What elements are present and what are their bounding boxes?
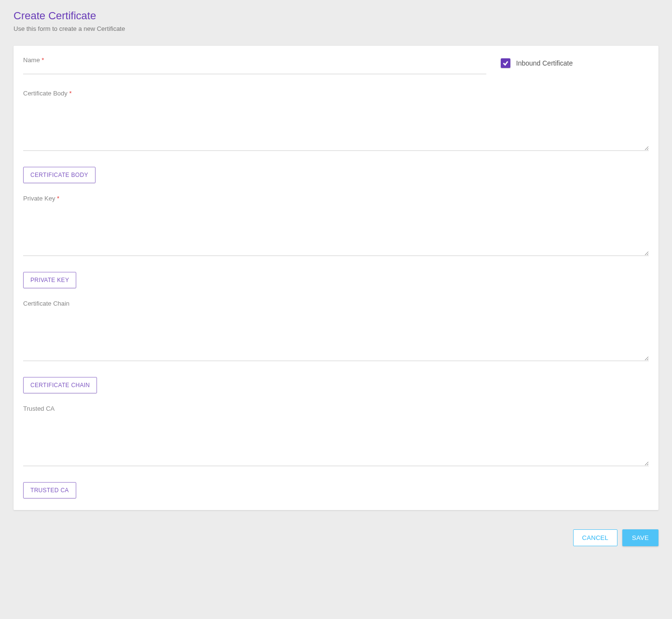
trusted-ca-button[interactable]: TRUSTED CA — [23, 482, 76, 498]
check-icon — [502, 60, 509, 67]
name-input[interactable] — [23, 57, 486, 74]
form-card: Name * Inbound Certificate Certificate B… — [14, 46, 658, 510]
footer-actions: CANCEL SAVE — [14, 529, 658, 546]
top-row: Name * Inbound Certificate — [23, 57, 649, 74]
cancel-button[interactable]: CANCEL — [573, 529, 618, 546]
cert-body-button[interactable]: CERTIFICATE BODY — [23, 167, 96, 183]
page-title: Create Certificate — [14, 10, 658, 22]
trusted-ca-textarea[interactable] — [23, 413, 649, 466]
cert-chain-group: Certificate Chain — [23, 300, 649, 363]
trusted-ca-label-text: Trusted CA — [23, 405, 55, 412]
cert-chain-label-text: Certificate Chain — [23, 300, 69, 307]
cert-body-textarea[interactable] — [23, 98, 649, 151]
name-field-wrap: Name * — [23, 57, 486, 74]
inbound-checkbox-wrap: Inbound Certificate — [501, 57, 573, 68]
private-key-textarea[interactable] — [23, 203, 649, 256]
cert-chain-textarea[interactable] — [23, 308, 649, 361]
private-key-label-text: Private Key — [23, 195, 55, 202]
cert-chain-label: Certificate Chain — [23, 300, 649, 307]
cert-body-label: Certificate Body * — [23, 90, 649, 97]
cert-chain-button[interactable]: CERTIFICATE CHAIN — [23, 377, 97, 393]
private-key-label: Private Key * — [23, 195, 649, 202]
save-button[interactable]: SAVE — [622, 529, 658, 546]
page-subtitle: Use this form to create a new Certificat… — [14, 25, 658, 32]
required-asterisk: * — [57, 195, 59, 202]
page-root: Create Certificate Use this form to crea… — [0, 0, 672, 565]
private-key-group: Private Key * — [23, 195, 649, 257]
cert-body-label-text: Certificate Body — [23, 90, 68, 97]
trusted-ca-label: Trusted CA — [23, 405, 649, 412]
private-key-button[interactable]: PRIVATE KEY — [23, 272, 76, 288]
trusted-ca-group: Trusted CA — [23, 405, 649, 468]
inbound-checkbox[interactable] — [501, 58, 510, 68]
required-asterisk: * — [69, 90, 71, 97]
inbound-checkbox-label: Inbound Certificate — [516, 59, 573, 67]
cert-body-group: Certificate Body * — [23, 90, 649, 152]
